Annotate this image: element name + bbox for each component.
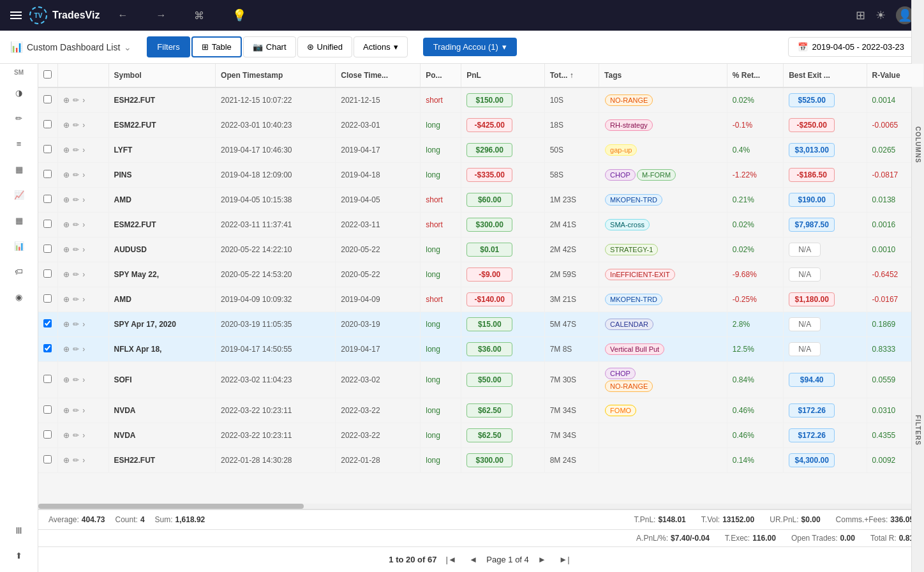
row-checkbox[interactable] xyxy=(43,120,52,128)
edit-action-icon[interactable]: ✏ xyxy=(73,431,79,440)
sidebar-icon-7[interactable]: 🏷 xyxy=(8,260,31,283)
scroll-thumb[interactable] xyxy=(38,504,304,509)
edit-action-icon[interactable]: ✏ xyxy=(73,220,79,229)
sidebar-icon-bars[interactable]: ||| xyxy=(8,518,31,541)
sidebar-icon-0[interactable]: ◑ xyxy=(8,81,31,104)
circle-action-icon[interactable]: ⊕ xyxy=(63,345,70,354)
circle-action-icon[interactable]: ⊕ xyxy=(63,295,70,304)
sidebar-icon-3[interactable]: ▦ xyxy=(8,158,31,181)
best-exit-badge[interactable]: -$186.50 xyxy=(789,168,835,182)
expand-action-icon[interactable]: › xyxy=(82,320,85,329)
edit-action-icon[interactable]: ✏ xyxy=(73,195,79,204)
row-checkbox[interactable] xyxy=(43,269,52,278)
back-button[interactable]: ← xyxy=(107,5,138,26)
expand-action-icon[interactable]: › xyxy=(82,375,85,384)
circle-action-icon[interactable]: ⊕ xyxy=(63,320,70,329)
best-exit-badge[interactable]: N/A xyxy=(789,243,821,257)
edit-action-icon[interactable]: ✏ xyxy=(73,96,79,105)
circle-action-icon[interactable]: ⊕ xyxy=(63,245,70,254)
tag-badge[interactable]: NO-RANGE xyxy=(605,94,653,106)
best-exit-badge[interactable]: N/A xyxy=(789,267,821,282)
row-checkbox[interactable] xyxy=(43,245,52,253)
best-exit-badge[interactable]: -$250.00 xyxy=(789,118,835,132)
best-exit-badge[interactable]: $172.26 xyxy=(789,428,835,442)
row-checkbox[interactable] xyxy=(43,375,52,383)
circle-action-icon[interactable]: ⊕ xyxy=(63,220,70,229)
edit-action-icon[interactable]: ✏ xyxy=(73,375,79,384)
tag-badge[interactable]: SMA-cross xyxy=(605,219,650,230)
tag-badge[interactable]: InEFFICIENT-EXIT xyxy=(605,269,675,280)
last-page-button[interactable]: ►| xyxy=(555,552,574,567)
filters-tab-right[interactable]: FILTERS xyxy=(913,411,923,449)
prev-page-button[interactable]: ◄ xyxy=(465,552,481,567)
sidebar-icon-5[interactable]: ▦ xyxy=(8,209,31,232)
sidebar-icon-4[interactable]: 📈 xyxy=(8,183,31,206)
expand-action-icon[interactable]: › xyxy=(82,295,85,304)
edit-action-icon[interactable]: ✏ xyxy=(73,295,79,304)
circle-action-icon[interactable]: ⊕ xyxy=(63,375,70,384)
account-button[interactable]: Trading Accou (1) ▾ xyxy=(423,38,517,56)
edit-action-icon[interactable]: ✏ xyxy=(73,146,79,154)
best-exit-badge[interactable]: $172.26 xyxy=(789,403,835,418)
tag-badge[interactable]: CHOP xyxy=(605,169,636,181)
edit-action-icon[interactable]: ✏ xyxy=(73,270,79,279)
table-container[interactable]: Symbol Open Timestamp Close Time... Po..… xyxy=(38,64,924,504)
row-checkbox[interactable] xyxy=(43,294,52,303)
actions-tab[interactable]: Actions ▾ xyxy=(354,36,408,57)
sidebar-icon-8[interactable]: ◉ xyxy=(8,285,31,308)
date-range-button[interactable]: 📅 2019-04-05 - 2022-03-23 xyxy=(788,37,914,57)
row-checkbox[interactable] xyxy=(43,95,52,103)
expand-action-icon[interactable]: › xyxy=(82,146,85,154)
row-checkbox[interactable] xyxy=(43,195,52,203)
row-checkbox[interactable] xyxy=(43,405,52,414)
sidebar-icon-1[interactable]: ✏ xyxy=(8,107,31,130)
circle-action-icon[interactable]: ⊕ xyxy=(63,121,70,130)
horizontal-scroll[interactable] xyxy=(38,504,924,509)
tag-badge[interactable]: MKOPEN-TRD xyxy=(605,194,662,206)
next-page-button[interactable]: ► xyxy=(534,552,550,567)
expand-action-icon[interactable]: › xyxy=(82,406,85,415)
best-exit-badge[interactable]: $525.00 xyxy=(789,93,835,107)
row-checkbox[interactable] xyxy=(43,344,52,352)
tag-badge[interactable]: FOMO xyxy=(605,405,636,416)
row-checkbox[interactable] xyxy=(43,220,52,228)
expand-action-icon[interactable]: › xyxy=(82,456,85,465)
tag-badge[interactable]: M-FORM xyxy=(637,169,676,181)
row-checkbox[interactable] xyxy=(43,145,52,153)
sidebar-icon-2[interactable]: ≡ xyxy=(8,132,31,155)
tag-badge[interactable]: CHOP xyxy=(605,368,636,379)
expand-action-icon[interactable]: › xyxy=(82,170,85,179)
sidebar-icon-upload[interactable]: ⬆ xyxy=(8,544,31,567)
expand-action-icon[interactable]: › xyxy=(82,220,85,229)
circle-action-icon[interactable]: ⊕ xyxy=(63,431,70,440)
filters-tab[interactable]: Filters xyxy=(147,36,190,57)
table-tab[interactable]: ⊞ Table xyxy=(191,36,242,57)
expand-action-icon[interactable]: › xyxy=(82,121,85,130)
row-checkbox[interactable] xyxy=(43,430,52,439)
tag-badge[interactable]: gap-up xyxy=(605,144,637,156)
edit-action-icon[interactable]: ✏ xyxy=(73,170,79,179)
hamburger-menu[interactable] xyxy=(10,11,22,19)
circle-action-icon[interactable]: ⊕ xyxy=(63,406,70,415)
row-checkbox[interactable] xyxy=(43,455,52,463)
edit-action-icon[interactable]: ✏ xyxy=(73,320,79,329)
edit-action-icon[interactable]: ✏ xyxy=(73,345,79,354)
edit-action-icon[interactable]: ✏ xyxy=(73,121,79,130)
circle-action-icon[interactable]: ⊕ xyxy=(63,270,70,279)
best-exit-badge[interactable]: $190.00 xyxy=(789,193,835,207)
dashboard-chevron[interactable]: ⌄ xyxy=(124,42,131,52)
tag-badge[interactable]: Vertical Bull Put xyxy=(605,343,664,355)
circle-action-icon[interactable]: ⊕ xyxy=(63,170,70,179)
grid-icon[interactable]: ⊞ xyxy=(856,8,865,22)
circle-action-icon[interactable]: ⊕ xyxy=(63,96,70,105)
circle-action-icon[interactable]: ⊕ xyxy=(63,456,70,465)
unified-tab[interactable]: ⊛ Unified xyxy=(297,36,352,57)
first-page-button[interactable]: |◄ xyxy=(442,552,460,567)
best-exit-badge[interactable]: N/A xyxy=(789,342,821,356)
sun-icon[interactable]: ☀ xyxy=(876,8,886,22)
best-exit-badge[interactable]: N/A xyxy=(789,317,821,331)
expand-action-icon[interactable]: › xyxy=(82,195,85,204)
circle-action-icon[interactable]: ⊕ xyxy=(63,146,70,154)
best-exit-badge[interactable]: $1,180.00 xyxy=(789,292,835,306)
tag-badge[interactable]: MKOPEN-TRD xyxy=(605,294,662,305)
